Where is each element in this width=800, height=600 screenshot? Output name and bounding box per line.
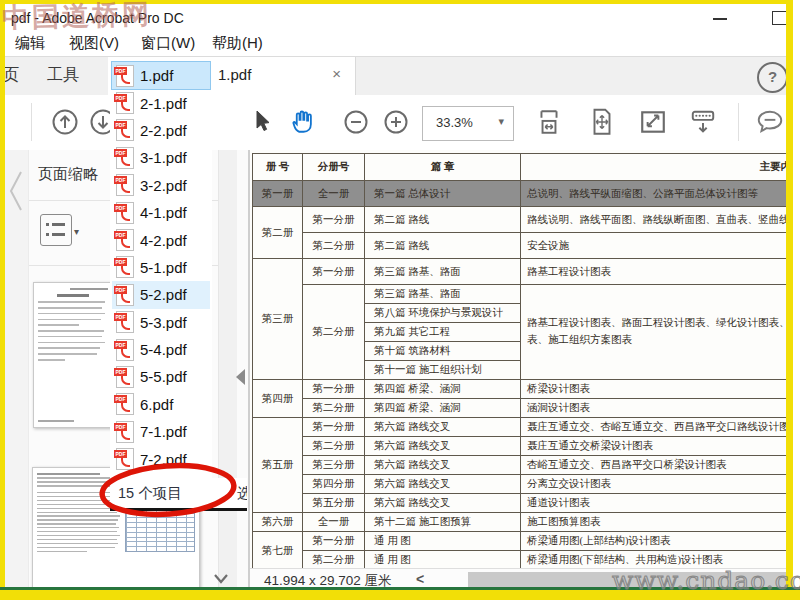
table-header-cell: 篇 章 <box>365 154 521 181</box>
file-item[interactable]: PDF1.pdf <box>112 62 210 89</box>
zoom-out-icon[interactable] <box>343 109 369 135</box>
file-item-label: 3-1.pdf <box>140 149 187 166</box>
file-item[interactable]: PDF5-5.pdf <box>112 363 210 390</box>
acrobat-window: pdf - Adobe Acrobat Pro DC 编辑 视图(V) 窗口(W… <box>0 0 800 600</box>
chevron-left-icon[interactable]: < <box>416 571 424 587</box>
table-cell: 总说明、路线平纵面缩图、公路平面总体设计图等 <box>521 181 787 207</box>
table-cell: 分离立交设计图表 <box>521 475 787 494</box>
thumbnail-text-line <box>37 473 100 475</box>
file-item[interactable]: PDF2-1.pdf <box>112 89 210 116</box>
file-list-overlay: PDF1.pdfPDF2-1.pdfPDF2-2.pdfPDF3-1.pdfPD… <box>110 57 212 478</box>
menu-help[interactable]: 帮助(H) <box>212 34 263 53</box>
zoom-level-select[interactable]: 33.3% ▾ <box>422 106 514 141</box>
tab-tools[interactable]: 工具 <box>47 65 79 86</box>
thumbnail-text-line <box>57 294 89 297</box>
minimize-button[interactable] <box>705 6 735 30</box>
table-cell: 第六篇 路线交叉 <box>365 437 521 456</box>
file-item-label: 5-5.pdf <box>140 368 187 385</box>
table-cell: 桥梁通用图(下部结构、共用构造)设计图表 <box>521 551 787 569</box>
file-item-label: 5-4.pdf <box>140 341 187 358</box>
table-cell: 全一册 <box>303 181 365 207</box>
file-item[interactable]: PDF2-2.pdf <box>112 117 210 144</box>
pdf-file-icon: PDF <box>116 174 134 196</box>
file-item-label: 5-1.pdf <box>140 259 187 276</box>
file-item[interactable]: PDF4-2.pdf <box>112 226 210 253</box>
file-item[interactable]: PDF4-1.pdf <box>112 199 210 226</box>
page-thumbnail-1[interactable] <box>33 282 113 428</box>
file-list-status-bar: 15 个项目 选 <box>110 478 247 511</box>
pdf-swoosh <box>121 129 130 138</box>
fit-width-icon[interactable] <box>535 108 563 136</box>
table-cell: 全一册 <box>303 513 365 532</box>
pdf-swoosh <box>121 431 130 440</box>
table-cell: 路基工程设计图表 <box>521 259 787 285</box>
table-cell: 涵洞设计图表 <box>521 399 787 418</box>
menu-edit[interactable]: 编辑 <box>15 34 45 53</box>
help-button[interactable]: ? <box>757 62 788 93</box>
table-cell: 施工图预算图表 <box>521 513 787 532</box>
select-tool-icon[interactable] <box>251 109 273 133</box>
pdf-file-icon: PDF <box>116 284 134 306</box>
tab-home[interactable]: 页 <box>3 65 19 86</box>
tab-document-label: 1.pdf <box>218 66 251 83</box>
scroll-mode-icon[interactable] <box>689 108 717 136</box>
pdf-badge: PDF <box>114 313 127 321</box>
sidebar-scrollbar[interactable] <box>218 150 237 590</box>
hand-tool-icon[interactable] <box>289 106 317 136</box>
thumbnail-text-line <box>37 515 120 516</box>
file-item-label: 1.pdf <box>140 67 173 84</box>
file-item[interactable]: PDF3-1.pdf <box>112 144 210 171</box>
toolbar-divider <box>31 103 32 141</box>
list-icon <box>52 233 65 236</box>
table-row: 第五分册第六篇 路线交叉通道设计图表 <box>253 494 787 513</box>
table-cell: 第六篇 路线交叉 <box>365 418 521 437</box>
file-item[interactable]: PDF6.pdf <box>112 391 210 418</box>
question-icon: ? <box>768 68 777 85</box>
thumbnail-options-button[interactable] <box>40 214 72 246</box>
file-item[interactable]: PDF3-2.pdf <box>112 172 210 199</box>
table-cell: 路基工程设计图表、路面工程设计图表、绿化设计图表、改路改沟设计图表、施工组织方案… <box>521 285 787 380</box>
pdf-file-icon: PDF <box>116 421 134 443</box>
table-cell: 第十一篇 施工组织计划 <box>365 361 521 380</box>
page-up-icon[interactable] <box>51 108 79 136</box>
table-cell: 第四分册 <box>303 475 365 494</box>
menu-window[interactable]: 窗口(W) <box>141 34 195 53</box>
file-item[interactable]: PDF5-4.pdf <box>112 336 210 363</box>
pdf-badge: PDF <box>114 341 127 349</box>
panel-collapse-chevron-icon[interactable] <box>8 170 24 212</box>
document-page: 册 号 分册号 篇 章 主要内容 第一册全一册第一篇 总体设计总说明、路线平纵面… <box>250 150 786 568</box>
table-cell: 第二篇 路线 <box>365 207 521 233</box>
window-title: pdf - Adobe Acrobat Pro DC <box>11 10 184 26</box>
minimize-icon <box>713 18 727 20</box>
comment-icon[interactable] <box>755 108 785 136</box>
thumbnail-text-line <box>37 508 119 509</box>
table-row: 第五册第一分册第六篇 路线交叉聂庄互通立交、杏峪互通立交、西昌路平交口路线设计图… <box>253 418 787 437</box>
file-item[interactable]: PDF5-2.pdf <box>112 281 210 308</box>
table-header-cell: 册 号 <box>253 154 303 181</box>
toolbar-divider <box>738 103 739 141</box>
file-item-label: 6.pdf <box>140 396 173 413</box>
thumbnail-text-line <box>37 551 87 552</box>
file-item[interactable]: PDF7-1.pdf <box>112 418 210 445</box>
horizontal-scrollbar-thumb[interactable] <box>468 572 786 587</box>
pdf-badge: PDF <box>114 204 127 212</box>
file-item[interactable]: PDF7-2.pdf <box>112 445 210 472</box>
table-cell: 第六册 <box>253 513 303 532</box>
file-item[interactable]: PDF5-1.pdf <box>112 254 210 281</box>
menu-view[interactable]: 视图(V) <box>69 34 119 53</box>
fit-page-icon[interactable] <box>588 107 616 137</box>
scroll-down-icon[interactable] <box>207 568 235 588</box>
full-screen-icon[interactable] <box>639 109 667 135</box>
table-cell: 第一分册 <box>303 259 365 285</box>
pdf-swoosh <box>121 376 130 385</box>
table-cell: 第六篇 路线交叉 <box>365 456 521 475</box>
panel-collapse-arrow-icon[interactable] <box>236 369 245 385</box>
close-icon[interactable]: × <box>332 65 341 82</box>
file-item[interactable]: PDF5-3.pdf <box>112 309 210 336</box>
pdf-swoosh <box>121 266 130 275</box>
file-item-label: 2-1.pdf <box>140 95 187 112</box>
zoom-in-icon[interactable] <box>383 109 409 135</box>
frame-top <box>0 0 793 4</box>
table-header-row: 册 号 分册号 篇 章 主要内容 <box>253 154 787 181</box>
table-cell: 第三册 <box>253 259 303 380</box>
